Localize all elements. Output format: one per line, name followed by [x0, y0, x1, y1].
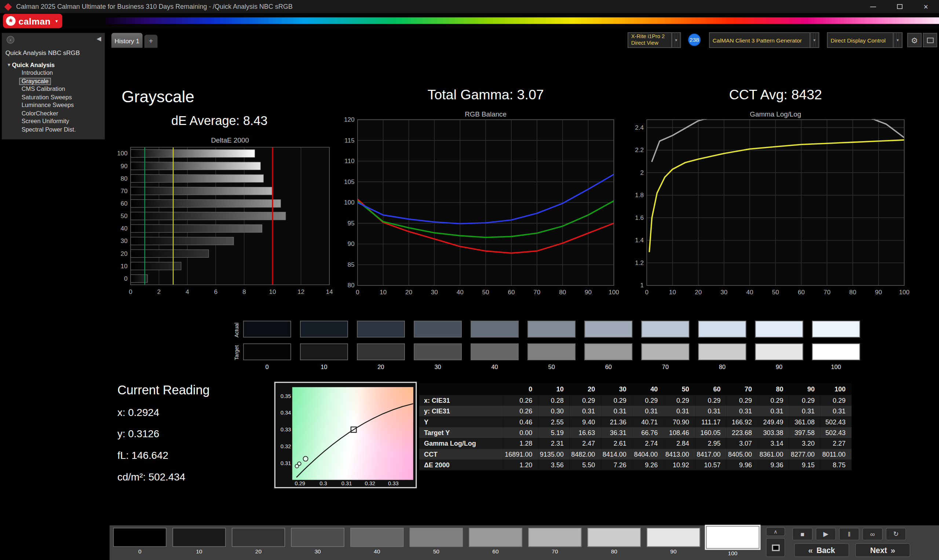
pause-button[interactable]: ‖ — [839, 528, 859, 540]
table-col-100: 100 — [820, 383, 851, 395]
calman-logo-menu[interactable]: * calman ▾ — [3, 14, 62, 28]
sidebar-item-luminance-sweeps[interactable]: Luminance Sweeps — [20, 102, 76, 108]
pattern-patch-40[interactable]: 40 — [350, 528, 404, 556]
table-cell: 16891.00 — [503, 449, 538, 459]
table-cell: 2.47 — [570, 438, 601, 449]
table-cell: 8482.00 — [570, 449, 601, 459]
grayscale-heading: Grayscale — [122, 88, 194, 107]
svg-text:8: 8 — [242, 288, 246, 295]
sidebar-item-introduction[interactable]: Introduction — [20, 70, 55, 76]
actual-swatch-60 — [584, 321, 632, 337]
table-cell: 0.29 — [664, 395, 695, 406]
loop-button[interactable]: ∞ — [862, 528, 883, 540]
logo-dropdown-icon: ▾ — [56, 18, 58, 24]
table-cell: 9135.00 — [538, 449, 570, 459]
table-cell: 303.38 — [758, 427, 789, 438]
actual-swatch-90 — [755, 321, 803, 337]
pattern-window-button[interactable] — [766, 538, 785, 557]
pattern-patch-10[interactable]: 10 — [173, 528, 225, 556]
table-cell: 8277.00 — [789, 449, 821, 459]
table-cell: 0.26 — [503, 395, 538, 406]
svg-text:30: 30 — [121, 237, 128, 245]
cie-ytick-0.33: 0.33 — [276, 426, 291, 432]
swatch-level-50: 50 — [527, 364, 575, 371]
settings-button[interactable]: ⚙ — [907, 33, 921, 47]
tab-history-1[interactable]: History 1 — [111, 33, 143, 48]
pattern-generator-dropdown[interactable]: CalMAN Client 3 Pattern Generator ▼ — [709, 32, 819, 48]
swatch-level-10: 10 — [300, 364, 348, 371]
sidebar-item-grayscale[interactable]: Grayscale — [20, 78, 50, 84]
pattern-patch-0[interactable]: 0 — [113, 528, 167, 556]
next-button[interactable]: Next » — [855, 543, 910, 557]
minimize-icon — [870, 6, 876, 7]
table-cell: 2.61 — [601, 438, 633, 449]
patch-label: 50 — [410, 548, 463, 555]
table-cell: 0.29 — [632, 395, 664, 406]
target-swatch-20 — [357, 343, 405, 360]
sidebar-item-spectral-power-dist[interactable]: Spectral Power Dist. — [20, 126, 78, 133]
refresh-button[interactable]: ↻ — [886, 528, 907, 540]
patch-color — [113, 528, 167, 547]
svg-text:100: 100 — [117, 149, 128, 157]
sidebar-circle-button[interactable]: • — [6, 36, 14, 44]
table-col-30: 30 — [601, 383, 633, 395]
pattern-patch-70[interactable]: 70 — [528, 528, 581, 556]
window-title: Calman 2025 Calman Ultimate for Business… — [16, 3, 293, 10]
sidebar-collapse-icon[interactable]: ◀ — [97, 35, 101, 42]
display-control-dropdown[interactable]: Direct Display Control ▼ — [827, 32, 903, 48]
table-col-20: 20 — [570, 383, 601, 395]
patch-color — [647, 528, 700, 547]
pattern-patch-50[interactable]: 50 — [410, 528, 463, 556]
table-cell: 0.00 — [503, 427, 538, 438]
cie-ytick-0.34: 0.34 — [276, 410, 291, 415]
add-tab-button[interactable]: + — [144, 35, 157, 48]
table-cell: 8361.00 — [758, 449, 789, 459]
table-cell: 0.31 — [789, 406, 821, 416]
stop-button[interactable]: ■ — [792, 528, 813, 540]
table-cell: 3.14 — [758, 438, 789, 449]
sidebar-item-saturation-sweeps[interactable]: Saturation Sweeps — [20, 94, 74, 100]
actual-swatch-20 — [357, 321, 405, 337]
meter-dropdown[interactable]: X-Rite i1Pro 2Direct View ▼ — [628, 32, 681, 48]
display-control-label: Direct Display Control — [828, 37, 888, 43]
table-col-40: 40 — [632, 383, 664, 395]
close-button[interactable]: × — [913, 0, 939, 13]
pattern-patch-20[interactable]: 20 — [232, 528, 285, 556]
layout-button[interactable] — [923, 33, 937, 47]
swatch-level-80: 80 — [698, 364, 746, 371]
maximize-button[interactable] — [886, 0, 913, 13]
svg-text:1.4: 1.4 — [635, 236, 644, 244]
tree-root-quick-analysis[interactable]: ▾ Quick Analysis — [8, 62, 103, 68]
back-button[interactable]: « Back — [794, 543, 849, 557]
pattern-patch-30[interactable]: 30 — [291, 528, 344, 556]
pattern-patch-90[interactable]: 90 — [647, 528, 700, 556]
table-cell: 2.55 — [538, 416, 570, 427]
meter-count-badge[interactable]: 238 — [688, 33, 701, 46]
svg-text:2.4: 2.4 — [635, 124, 644, 131]
table-cell: 160.05 — [695, 427, 727, 438]
sidebar-item-screen-uniformity[interactable]: Screen Uniformity — [20, 118, 71, 125]
svg-text:115: 115 — [344, 137, 354, 144]
panel-expand-button[interactable]: ∧ — [766, 527, 785, 536]
swatch-level-20: 20 — [357, 364, 405, 371]
reading-cdm2: cd/m²: 502.434 — [117, 472, 210, 484]
swatch-level-70: 70 — [641, 364, 689, 371]
sidebar-item-colorchecker[interactable]: ColorChecker — [20, 110, 60, 117]
current-reading-panel: Current Reading x: 0.2924 y: 0.3126 fL: … — [117, 383, 210, 493]
svg-text:40: 40 — [121, 225, 128, 232]
transport-controls: ■ ▶ ‖ ∞ ↻ — [792, 528, 906, 540]
play-button[interactable]: ▶ — [816, 528, 836, 540]
next-label: Next — [870, 546, 887, 554]
pattern-patch-80[interactable]: 80 — [587, 528, 641, 556]
pattern-patch-100[interactable]: 100 — [706, 528, 759, 556]
svg-text:10: 10 — [121, 262, 128, 270]
table-cell: 0.30 — [538, 406, 570, 416]
svg-text:110: 110 — [344, 157, 354, 165]
table-cell: 5.50 — [570, 460, 601, 470]
patch-label: 90 — [647, 548, 700, 555]
pattern-patch-60[interactable]: 60 — [469, 528, 522, 556]
spectrum-stripe — [105, 17, 939, 24]
sidebar-item-cms-calibration[interactable]: CMS Calibration — [20, 86, 67, 92]
svg-text:80: 80 — [559, 288, 566, 295]
minimize-button[interactable] — [860, 0, 886, 13]
